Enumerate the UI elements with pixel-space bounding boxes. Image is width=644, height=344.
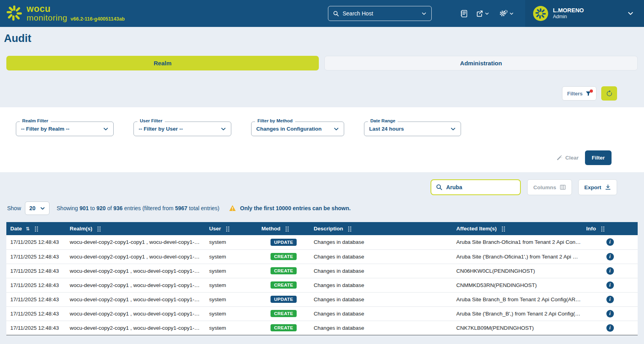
host-search-combobox[interactable]: Search Host bbox=[328, 6, 432, 21]
column-grip-icon[interactable] bbox=[502, 226, 503, 228]
column-grip-icon[interactable] bbox=[348, 226, 349, 228]
column-header-date[interactable]: Date ⇅ bbox=[6, 222, 66, 235]
avatar bbox=[533, 6, 548, 21]
refresh-button[interactable] bbox=[601, 86, 617, 101]
warning-text: Only the first 10000 entries can be show… bbox=[240, 205, 351, 211]
cell-date: 17/11/2025 12:48:43 bbox=[6, 264, 66, 278]
method-badge: CREATE bbox=[271, 267, 297, 274]
export-button[interactable]: Export bbox=[578, 179, 617, 195]
cell-date: 17/11/2025 12:48:43 bbox=[6, 249, 66, 264]
realm-filter-value: -- Filter by Realm -- bbox=[21, 126, 69, 132]
entries-text: to bbox=[89, 205, 96, 211]
audit-table-body: 17/11/2025 12:48:43wocu-devel-copy2-copy… bbox=[6, 235, 638, 335]
info-icon[interactable]: i bbox=[606, 296, 614, 303]
page-title: Audit bbox=[4, 32, 644, 45]
user-info: L.MORENO Admin bbox=[553, 7, 623, 19]
audit-table: Date ⇅ Realm(s) User Method Description bbox=[6, 222, 638, 335]
entries-count: 920 bbox=[96, 205, 105, 211]
column-header-info[interactable]: Info bbox=[582, 222, 638, 235]
user-filter-select[interactable]: User Filter -- Filter by User -- bbox=[133, 122, 231, 136]
cell-date: 17/11/2025 12:48:43 bbox=[6, 278, 66, 292]
filter-fields: Realm Filter -- Filter by Realm -- User … bbox=[16, 122, 628, 136]
column-grip-icon[interactable] bbox=[226, 226, 227, 228]
info-icon[interactable]: i bbox=[606, 310, 614, 317]
columns-label: Columns bbox=[533, 184, 556, 190]
page-size-select[interactable]: 20 bbox=[25, 201, 50, 215]
cell-method: CREATE bbox=[257, 306, 310, 321]
cell-info: i bbox=[582, 278, 638, 292]
method-badge: UPDATE bbox=[271, 239, 297, 246]
column-grip-icon[interactable] bbox=[35, 226, 36, 228]
cell-info: i bbox=[582, 306, 638, 321]
chevron-down-icon bbox=[333, 126, 339, 132]
cell-realms: wocu-devel-copy2-copy1 , wocu-devel-copy… bbox=[66, 321, 205, 335]
cell-affected-items: Aruba Site ('Branch-Oficina1',) from Ten… bbox=[452, 249, 582, 264]
show-label: Show bbox=[7, 205, 21, 211]
admin-settings-menu-button[interactable] bbox=[499, 0, 514, 27]
brand[interactable]: wocu monitoring v66.2-116-g40051143ab bbox=[6, 4, 125, 22]
method-badge: UPDATE bbox=[271, 296, 297, 303]
cell-user: system bbox=[205, 249, 257, 264]
date-range-value: Last 24 hours bbox=[369, 126, 404, 132]
user-menu[interactable]: L.MORENO Admin bbox=[525, 0, 644, 27]
cell-affected-items: Aruba Site Branch-Oficina1 from Tenant 2… bbox=[452, 235, 582, 249]
column-header-description[interactable]: Description bbox=[310, 222, 452, 235]
brand-subname: monitoring bbox=[27, 13, 67, 22]
entries-text: of bbox=[106, 205, 113, 211]
column-header-method[interactable]: Method bbox=[257, 222, 310, 235]
wocu-logo-icon bbox=[6, 4, 23, 22]
chevron-down-icon bbox=[421, 11, 427, 16]
tab-administration[interactable]: Administration bbox=[324, 56, 638, 70]
chevron-down-icon bbox=[103, 126, 109, 132]
info-icon[interactable]: i bbox=[606, 281, 614, 289]
external-links-menu-button[interactable] bbox=[476, 0, 489, 27]
gears-icon bbox=[499, 9, 508, 18]
tab-realm[interactable]: Realm bbox=[6, 56, 319, 70]
realm-filter-label: Realm Filter bbox=[20, 118, 51, 123]
column-label: Date bbox=[10, 226, 22, 232]
column-label: Affected Item(s) bbox=[456, 226, 497, 232]
filters-toggle-button[interactable]: Filters bbox=[562, 86, 596, 101]
column-grip-icon[interactable] bbox=[97, 226, 99, 228]
column-grip-icon[interactable] bbox=[601, 226, 602, 228]
filter-active-dot bbox=[590, 89, 593, 93]
cell-affected-items: Aruba Site Branch_B from Tenant 2 Api Co… bbox=[452, 292, 582, 306]
info-icon[interactable]: i bbox=[606, 267, 614, 275]
date-range-select[interactable]: Date Range Last 24 hours bbox=[364, 122, 461, 136]
cell-method: CREATE bbox=[257, 264, 310, 278]
entries-count: 901 bbox=[80, 205, 89, 211]
table-controls: Columns Export bbox=[6, 179, 617, 195]
cell-description: Changes in database bbox=[310, 249, 452, 264]
apply-filter-button[interactable]: Filter bbox=[585, 150, 612, 165]
columns-button[interactable]: Columns bbox=[527, 179, 572, 195]
table-header-row: Date ⇅ Realm(s) User Method Description bbox=[6, 222, 638, 235]
column-header-realms[interactable]: Realm(s) bbox=[66, 222, 205, 235]
table-row: 17/11/2025 12:48:43wocu-devel-copy2-copy… bbox=[6, 249, 638, 264]
date-range-label: Date Range bbox=[368, 118, 398, 123]
magic-wand-icon bbox=[556, 155, 562, 161]
info-icon[interactable]: i bbox=[606, 253, 614, 260]
method-filter-select[interactable]: Filter by Method Changes in Configuratio… bbox=[251, 122, 344, 136]
table-search[interactable] bbox=[431, 179, 521, 195]
realm-filter-select[interactable]: Realm Filter -- Filter by Realm -- bbox=[16, 122, 114, 136]
column-label: Info bbox=[586, 226, 596, 232]
column-label: Description bbox=[314, 226, 343, 232]
table-search-input[interactable] bbox=[446, 184, 515, 190]
chevron-down-icon bbox=[485, 11, 489, 16]
info-icon[interactable]: i bbox=[606, 324, 614, 332]
column-header-user[interactable]: User bbox=[205, 222, 257, 235]
cell-info: i bbox=[582, 292, 638, 306]
export-label: Export bbox=[584, 184, 601, 190]
refresh-icon bbox=[606, 90, 613, 97]
info-icon[interactable]: i bbox=[606, 238, 614, 246]
cell-method: CREATE bbox=[257, 321, 310, 335]
entries-text: entries (filtered from bbox=[123, 205, 175, 211]
brand-name: wocu bbox=[27, 4, 125, 13]
column-grip-icon[interactable] bbox=[286, 226, 287, 228]
column-header-affected-items[interactable]: Affected Item(s) bbox=[452, 222, 582, 235]
cell-description: Changes in database bbox=[310, 321, 452, 335]
cell-method: UPDATE bbox=[257, 292, 310, 306]
cell-info: i bbox=[582, 249, 638, 264]
clear-filters-button[interactable]: Clear bbox=[556, 155, 579, 161]
documentation-button[interactable] bbox=[460, 0, 468, 27]
